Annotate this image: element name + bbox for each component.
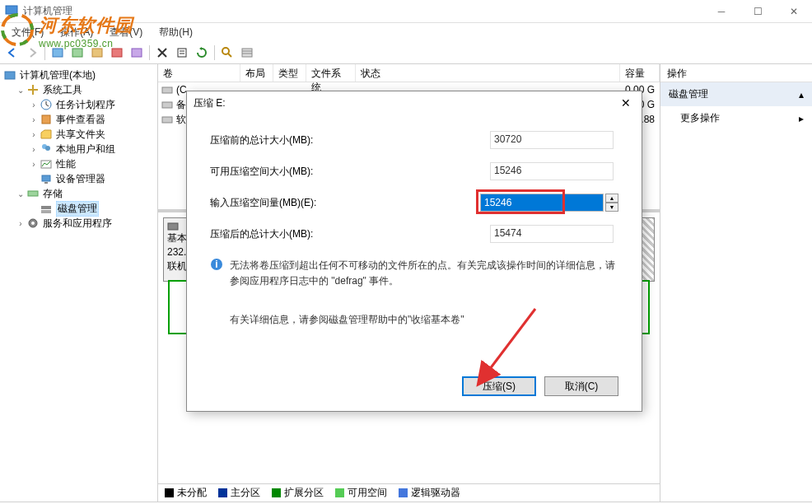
total-after-label: 压缩后的总计大小(MB): (210, 227, 490, 241)
col-layout[interactable]: 布局 (240, 64, 273, 82)
back-button[interactable] (3, 44, 21, 62)
svg-rect-8 (132, 49, 142, 57)
input-label: 输入压缩空间量(MB)(E): (210, 196, 480, 210)
window-title: 计算机管理 (23, 4, 703, 18)
svg-rect-9 (178, 49, 186, 57)
svg-rect-37 (168, 223, 178, 230)
info-text-2: 有关详细信息，请参阅磁盘管理帮助中的"收缩基本卷" (230, 312, 464, 328)
menubar: 文件(F) 操作(A) 查看(V) 帮助(H) (0, 23, 812, 41)
svg-rect-14 (242, 49, 252, 57)
tree-local-users[interactable]: ›本地用户和组 (2, 142, 156, 156)
svg-rect-36 (162, 117, 172, 123)
info-icon: i (210, 258, 223, 289)
svg-rect-27 (42, 175, 50, 181)
tb-icon-4[interactable] (108, 44, 126, 62)
total-before-value: 30720 (490, 131, 614, 149)
svg-line-13 (228, 54, 231, 57)
svg-rect-4 (53, 49, 63, 57)
spin-down-button[interactable]: ▼ (605, 203, 618, 212)
svg-rect-0 (6, 6, 17, 14)
titlebar: 计算机管理 ─ ☐ ✕ (0, 0, 812, 23)
close-button[interactable]: ✕ (776, 0, 812, 23)
tree-device-manager[interactable]: 设备管理器 (2, 171, 156, 186)
cancel-button[interactable]: 取消(C) (544, 376, 618, 396)
info-text-1: 无法将卷压缩到超出任何不可移动的文件所在的点。有关完成该操作时间的详细信息，请参… (230, 258, 618, 289)
col-fs[interactable]: 文件系统 (306, 64, 356, 82)
maximize-button[interactable]: ☐ (740, 0, 776, 23)
tb-icon-2[interactable] (68, 44, 86, 62)
svg-rect-34 (162, 87, 172, 93)
svg-rect-1 (8, 15, 15, 17)
tb-properties-icon[interactable] (173, 44, 191, 62)
tb-list-icon[interactable] (238, 44, 256, 62)
minimize-button[interactable]: ─ (703, 0, 740, 23)
toolbar (0, 41, 812, 64)
tree-services-apps[interactable]: ›服务和应用程序 (2, 216, 156, 231)
svg-point-25 (45, 146, 50, 151)
tree-system-tools[interactable]: ⌄系统工具 (2, 82, 156, 97)
tb-refresh-icon[interactable] (193, 44, 211, 62)
total-after-value: 15474 (490, 225, 614, 243)
tree-performance[interactable]: ›性能 (2, 156, 156, 171)
menu-file[interactable]: 文件(F) (5, 24, 50, 41)
tb-delete-icon[interactable] (153, 44, 171, 62)
spin-up-button[interactable]: ▲ (605, 194, 618, 203)
svg-rect-28 (44, 182, 48, 184)
total-before-label: 压缩前的总计大小(MB): (210, 133, 490, 147)
app-icon (5, 5, 18, 18)
svg-text:i: i (215, 259, 217, 270)
menu-view[interactable]: 查看(V) (103, 24, 149, 41)
col-volume[interactable]: 卷 (158, 64, 240, 82)
svg-rect-6 (92, 49, 102, 57)
svg-rect-23 (42, 115, 50, 124)
collapse-icon: ▴ (799, 89, 804, 100)
tree-task-scheduler[interactable]: ›任务计划程序 (2, 97, 156, 112)
tb-icon-5[interactable] (128, 44, 146, 62)
forward-button[interactable] (23, 44, 41, 62)
col-type[interactable]: 类型 (273, 64, 306, 82)
svg-point-33 (31, 222, 35, 225)
svg-rect-31 (41, 210, 51, 213)
svg-rect-5 (72, 49, 82, 57)
tb-icon-1[interactable] (49, 44, 67, 62)
tree-panel: 计算机管理(本地) ⌄系统工具 ›任务计划程序 ›事件查看器 ›共享文件夹 ›本… (0, 64, 158, 502)
action-more[interactable]: 更多操作▸ (660, 106, 812, 130)
svg-rect-35 (162, 102, 172, 108)
svg-point-12 (222, 48, 229, 54)
avail-value: 15246 (490, 162, 614, 180)
tree-storage[interactable]: ⌄存储 (2, 186, 156, 201)
action-disk-mgmt[interactable]: 磁盘管理▴ (660, 82, 812, 106)
tree-shared-folders[interactable]: ›共享文件夹 (2, 127, 156, 142)
col-status[interactable]: 状态 (356, 64, 620, 82)
dialog-title: 压缩 E: (194, 96, 617, 110)
svg-rect-19 (28, 89, 38, 91)
menu-action[interactable]: 操作(A) (54, 24, 100, 41)
col-capacity[interactable]: 容量 (620, 64, 660, 82)
svg-rect-30 (41, 206, 51, 209)
actions-panel: 操作 磁盘管理▴ 更多操作▸ (660, 64, 812, 502)
avail-label: 可用压缩空间大小(MB): (210, 165, 490, 179)
menu-help[interactable]: 帮助(H) (152, 24, 199, 41)
tree-event-viewer[interactable]: ›事件查看器 (2, 112, 156, 127)
dialog-close-button[interactable]: ✕ (617, 94, 635, 112)
tree-root[interactable]: 计算机管理(本地) (2, 68, 156, 82)
svg-rect-29 (28, 191, 38, 196)
svg-rect-7 (112, 49, 122, 57)
shrink-amount-input[interactable] (480, 194, 604, 212)
shrink-button[interactable]: 压缩(S) (462, 376, 536, 396)
svg-rect-17 (5, 72, 15, 79)
shrink-dialog: 压缩 E: ✕ 压缩前的总计大小(MB): 30720 可用压缩空间大小(MB)… (186, 91, 642, 412)
expand-icon: ▸ (799, 113, 804, 124)
tb-search-icon[interactable] (218, 44, 236, 62)
actions-header: 操作 (660, 64, 812, 82)
tb-icon-3[interactable] (88, 44, 106, 62)
tree-disk-management[interactable]: 磁盘管理 (2, 201, 156, 216)
legend: 未分配 主分区 扩展分区 可用空间 逻辑驱动器 (158, 483, 660, 502)
